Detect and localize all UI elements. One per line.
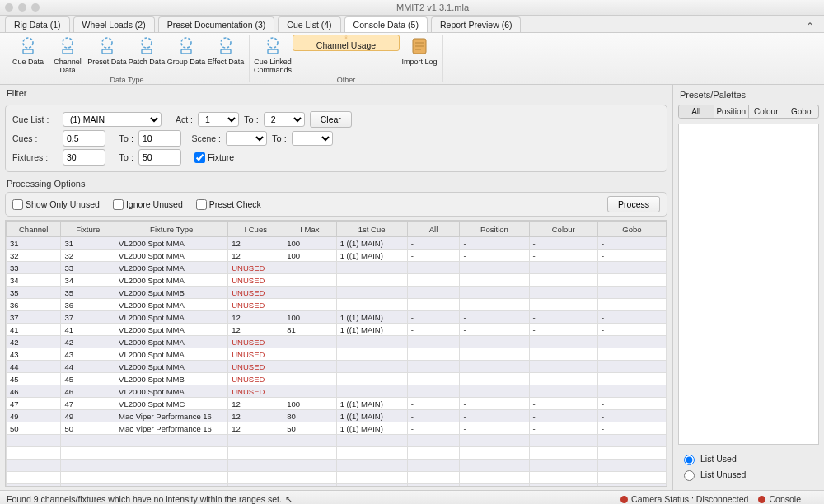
table-row[interactable]: 3636VL2000 Spot MMAUNUSED bbox=[7, 299, 667, 311]
collapse-chevron-icon[interactable]: ⌃ bbox=[801, 21, 819, 32]
preset-seg-gobo[interactable]: Gobo bbox=[784, 105, 819, 118]
col-header[interactable]: Colour bbox=[529, 222, 597, 237]
act-to-label: To : bbox=[244, 114, 259, 124]
table-row[interactable] bbox=[7, 460, 667, 472]
fixtures-label: Fixtures : bbox=[12, 152, 58, 162]
window-title: MMIT2 v1.3.1.mla bbox=[46, 2, 819, 12]
table-row[interactable]: 4242VL2000 Spot MMAUNUSED bbox=[7, 336, 667, 348]
preset-seg-all[interactable]: All bbox=[679, 105, 714, 118]
scene-to[interactable] bbox=[292, 131, 333, 146]
clear-button[interactable]: Clear bbox=[310, 111, 352, 128]
table-row[interactable] bbox=[7, 447, 667, 460]
table-row[interactable]: 4747VL2000 Spot MMC121001 ((1) MAIN)---- bbox=[7, 398, 667, 410]
list-unused-label: List Unused bbox=[700, 469, 746, 479]
scene-from[interactable] bbox=[226, 131, 267, 146]
preset-seg-colour[interactable]: Colour bbox=[749, 105, 784, 118]
table-row[interactable]: 4343VL2000 Spot MMAUNUSED bbox=[7, 348, 667, 361]
table-row[interactable] bbox=[7, 435, 667, 447]
show-unused-checkbox[interactable] bbox=[12, 199, 23, 210]
ignore-unused-checkbox[interactable] bbox=[113, 199, 124, 210]
act-to[interactable]: 2 bbox=[264, 112, 305, 127]
col-header[interactable]: Fixture Type bbox=[115, 222, 228, 237]
svg-rect-15 bbox=[345, 38, 347, 39]
cuelist-select[interactable]: (1) MAIN bbox=[63, 112, 162, 127]
process-button[interactable]: Process bbox=[607, 196, 660, 212]
act-from[interactable]: 1 bbox=[198, 112, 239, 127]
col-header[interactable]: Gobo bbox=[597, 222, 666, 237]
scene-label: Scene : bbox=[186, 133, 221, 143]
table-row[interactable]: 4545VL2000 Spot MMBUNUSED bbox=[7, 373, 667, 385]
svg-rect-13 bbox=[268, 49, 278, 54]
ribbon-cue-data[interactable]: Cue Data bbox=[8, 35, 48, 76]
col-header[interactable]: 1st Cue bbox=[336, 222, 407, 237]
ribbon-cue-linked[interactable]: Cue Linked Commands bbox=[253, 35, 293, 76]
fixtures-to-input[interactable] bbox=[138, 149, 181, 166]
cues-to-input[interactable] bbox=[138, 130, 181, 147]
console-status-label: Console bbox=[769, 494, 801, 504]
ribbon-channel-data[interactable]: Channel Data bbox=[48, 35, 87, 76]
svg-point-2 bbox=[63, 38, 73, 48]
ribbon-group-label: Other bbox=[337, 76, 356, 84]
scene-to-label: To : bbox=[272, 133, 287, 143]
ribbon-channel-usage[interactable]: Channel Usage bbox=[293, 35, 400, 51]
svg-point-14 bbox=[345, 35, 347, 37]
fixture-chk-label: Fixture bbox=[208, 152, 234, 162]
ribbon: Cue DataChannel DataPreset DataPatch Dat… bbox=[0, 33, 824, 85]
data-grid[interactable]: ChannelFixtureFixture TypeI CuesI Max1st… bbox=[5, 220, 667, 487]
minimize-dot[interactable] bbox=[18, 3, 26, 12]
fixture-checkbox[interactable] bbox=[194, 152, 205, 163]
list-used-label: List Used bbox=[700, 454, 737, 464]
tab-3[interactable]: Cue List (4) bbox=[278, 16, 340, 32]
table-row[interactable]: 3434VL2000 Spot MMAUNUSED bbox=[7, 274, 667, 287]
tab-0[interactable]: Rig Data (1) bbox=[5, 16, 70, 32]
preset-seg-position[interactable]: Position bbox=[714, 105, 750, 118]
tab-1[interactable]: Wheel Loads (2) bbox=[73, 16, 155, 32]
table-row[interactable]: 4141VL2000 Spot MMA12811 ((1) MAIN)---- bbox=[7, 324, 667, 336]
ignore-unused-label: Ignore Unused bbox=[126, 199, 183, 209]
table-row[interactable] bbox=[7, 472, 667, 484]
ribbon-preset-data[interactable]: Preset Data bbox=[87, 35, 127, 76]
table-row[interactable]: 3333VL2000 Spot MMAUNUSED bbox=[7, 262, 667, 274]
presets-title: Presets/Palettes bbox=[677, 88, 821, 101]
svg-point-8 bbox=[181, 38, 191, 48]
svg-rect-7 bbox=[142, 49, 152, 54]
svg-rect-9 bbox=[181, 49, 191, 54]
table-row[interactable]: 3535VL2000 Spot MMBUNUSED bbox=[7, 287, 667, 299]
zoom-dot[interactable] bbox=[31, 3, 40, 12]
show-unused-label: Show Only Unused bbox=[26, 199, 100, 209]
col-header[interactable]: I Cues bbox=[228, 222, 283, 237]
close-dot[interactable] bbox=[5, 3, 13, 12]
console-status-dot bbox=[758, 496, 765, 503]
ribbon-group-data[interactable]: Group Data bbox=[166, 35, 206, 76]
table-row[interactable] bbox=[7, 484, 667, 488]
table-row[interactable]: 3232VL2000 Spot MMA121001 ((1) MAIN)---- bbox=[7, 250, 667, 262]
table-row[interactable]: 4949Mac Viper Performance 1612801 ((1) M… bbox=[7, 410, 667, 422]
table-row[interactable]: 4646VL2000 Spot MMAUNUSED bbox=[7, 385, 667, 398]
tab-2[interactable]: Preset Documentation (3) bbox=[158, 16, 275, 32]
table-row[interactable]: 3131VL2000 Spot MMA121001 ((1) MAIN)---- bbox=[7, 237, 667, 250]
proc-title: Processing Options bbox=[0, 175, 672, 192]
svg-rect-1 bbox=[23, 49, 33, 54]
col-header[interactable]: Channel bbox=[7, 222, 61, 237]
svg-point-6 bbox=[142, 38, 152, 48]
ribbon-patch-data[interactable]: Patch Data bbox=[127, 35, 166, 76]
list-used-radio[interactable] bbox=[684, 455, 695, 465]
cues-to-label: To : bbox=[110, 133, 133, 143]
preset-check-checkbox[interactable] bbox=[196, 199, 207, 210]
table-row[interactable]: 3737VL2000 Spot MMA121001 ((1) MAIN)---- bbox=[7, 311, 667, 324]
cursor-icon: ↖ bbox=[285, 494, 293, 504]
table-row[interactable]: 5050Mac Viper Performance 1612501 ((1) M… bbox=[7, 422, 667, 435]
col-header[interactable]: Fixture bbox=[61, 222, 115, 237]
ribbon-import-log[interactable]: Import Log bbox=[400, 35, 439, 76]
ribbon-effect-data[interactable]: Effect Data bbox=[206, 35, 246, 76]
table-row[interactable]: 4444VL2000 Spot MMAUNUSED bbox=[7, 361, 667, 373]
cues-from-input[interactable] bbox=[63, 130, 105, 147]
col-header[interactable]: Position bbox=[460, 222, 529, 237]
tab-4[interactable]: Console Data (5) bbox=[344, 16, 428, 32]
col-header[interactable]: I Max bbox=[283, 222, 337, 237]
preset-list[interactable] bbox=[678, 124, 819, 445]
col-header[interactable]: All bbox=[407, 222, 460, 237]
fixtures-from-input[interactable] bbox=[63, 149, 105, 166]
list-unused-radio[interactable] bbox=[684, 470, 695, 481]
tab-5[interactable]: Report Preview (6) bbox=[431, 16, 522, 32]
